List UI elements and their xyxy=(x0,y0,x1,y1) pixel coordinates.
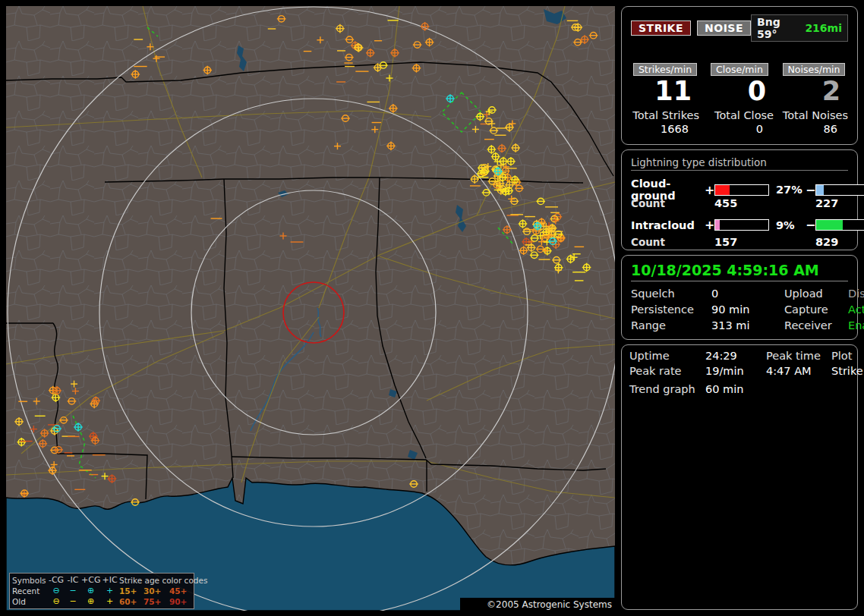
cg-pos-pct: 27% xyxy=(772,184,806,196)
noises-rate-value: 2 xyxy=(780,76,848,106)
receiver-label: Receiver xyxy=(784,319,848,332)
legend-col-cg-pos: +CG xyxy=(81,575,100,586)
distance-value: 216mi xyxy=(805,22,842,34)
age-90: 90+ xyxy=(169,596,195,607)
stormvue-window: { "colors":{"accent_green":"#1ad41a","di… xyxy=(0,0,864,616)
trend-window-value: 60 min xyxy=(705,383,766,395)
strike-button[interactable]: STRIKE xyxy=(631,20,691,36)
session-trend-panel: Uptime 24:29 Peak time Plot Peak rate 19… xyxy=(621,344,858,610)
total-noises-label: Total Noises xyxy=(780,109,848,121)
total-close-label: Total Close xyxy=(705,109,774,121)
distribution-title: Lightning type distribution xyxy=(631,156,848,171)
range-label: Range xyxy=(631,319,711,332)
legend-age-header: Strike age color codes xyxy=(119,575,195,586)
upload-status: Disabled xyxy=(848,288,864,300)
circle-plus-icon: ⊕ xyxy=(81,596,100,607)
datetime-display: 10/18/2025 4:59:16 AM xyxy=(631,262,848,281)
circle-minus-icon: ⊖ xyxy=(48,596,65,607)
total-noises-value: 86 xyxy=(780,123,848,135)
circle-plus-icon: ⊕ xyxy=(81,586,100,596)
legend-row-old-label: Old xyxy=(12,596,48,607)
plus-sign: + xyxy=(705,218,714,232)
range-value: 313 mi xyxy=(711,319,784,332)
age-30: 30+ xyxy=(143,586,169,596)
close-per-min-chip: Close/min xyxy=(711,63,768,76)
minus-sign: − xyxy=(806,218,815,232)
ic-pos-count: 157 xyxy=(714,236,772,248)
legend-col-cg-neg: -CG xyxy=(48,575,65,586)
total-strikes-value: 1668 xyxy=(631,123,699,135)
map-viewport[interactable]: Symbols -CG -IC +CG +IC Strike age color… xyxy=(6,6,615,611)
strike-counters-panel: STRIKE NOISE Bng 59° 216mi Strikes/min C… xyxy=(621,6,858,145)
age-45: 45+ xyxy=(169,586,195,596)
total-strikes-label: Total Strikes xyxy=(631,109,699,121)
legend-row-recent-label: Recent xyxy=(12,586,48,596)
circle-minus-icon: ⊖ xyxy=(48,586,65,596)
strikes-rate-value: 11 xyxy=(631,76,699,106)
age-15: 15+ xyxy=(119,586,143,596)
noises-per-min-chip: Noises/min xyxy=(783,63,846,76)
trend-graph xyxy=(629,397,847,586)
plot-value: Strike xyxy=(831,365,863,377)
plot-label: Plot xyxy=(831,350,863,362)
minus-sign: − xyxy=(806,183,815,197)
uptime-label: Uptime xyxy=(629,350,705,362)
peak-time-value: 4:47 AM xyxy=(766,365,831,377)
upload-label: Upload xyxy=(784,288,848,300)
peak-rate-label: Peak rate xyxy=(629,365,705,377)
age-75: 75+ xyxy=(143,596,169,607)
cg-neg-bar xyxy=(815,184,864,196)
count-label: Count xyxy=(631,236,705,248)
persistence-value: 90 min xyxy=(711,303,784,316)
legend-col-ic-neg: -IC xyxy=(65,575,81,586)
peak-time-label: Peak time xyxy=(766,350,831,362)
intracloud-label: Intracloud xyxy=(631,219,705,231)
copyright-text: ©2005 Astrogenic Systems xyxy=(460,598,615,611)
strikes-per-min-chip: Strikes/min xyxy=(633,63,697,76)
legend-col-ic-pos: +IC xyxy=(100,575,119,586)
persistence-label: Persistence xyxy=(631,303,711,316)
peak-rate-value: 19/min xyxy=(705,365,766,377)
cg-pos-bar xyxy=(714,184,769,196)
close-rate-value: 0 xyxy=(705,76,774,106)
minus-icon: − xyxy=(65,586,81,596)
squelch-value: 0 xyxy=(711,288,784,300)
ic-pos-bar xyxy=(714,219,769,231)
bearing-readout: Bng 59° 216mi xyxy=(751,14,848,42)
plus-icon: + xyxy=(100,586,119,596)
squelch-label: Squelch xyxy=(631,288,711,300)
receiver-status: Enabled xyxy=(848,319,864,332)
age-60: 60+ xyxy=(119,596,143,607)
total-close-value: 0 xyxy=(705,123,774,135)
ic-neg-count: 829 xyxy=(815,236,864,248)
bearing-value: Bng 59° xyxy=(757,16,794,40)
capture-label: Capture xyxy=(784,303,848,316)
map-canvas xyxy=(6,6,615,611)
trend-graph-label: Trend graph xyxy=(629,383,705,395)
map-legend: Symbols -CG -IC +CG +IC Strike age color… xyxy=(9,573,194,609)
plus-sign: + xyxy=(705,183,714,197)
status-panel: 10/18/2025 4:59:16 AM Squelch 0 Upload D… xyxy=(621,255,858,340)
noise-button[interactable]: NOISE xyxy=(697,20,751,36)
plus-icon: + xyxy=(100,596,119,607)
cg-neg-count: 227 xyxy=(815,197,864,209)
cg-pos-count: 455 xyxy=(714,197,772,209)
legend-symbols-header: Symbols xyxy=(12,575,48,586)
uptime-value: 24:29 xyxy=(705,350,766,362)
ic-neg-bar xyxy=(815,219,864,231)
capture-status: Active xyxy=(848,303,864,316)
lightning-distribution-panel: Lightning type distribution Cloud-ground… xyxy=(621,149,858,250)
ic-pos-pct: 9% xyxy=(772,219,806,231)
minus-icon: − xyxy=(65,596,81,607)
count-label: Count xyxy=(631,197,705,209)
